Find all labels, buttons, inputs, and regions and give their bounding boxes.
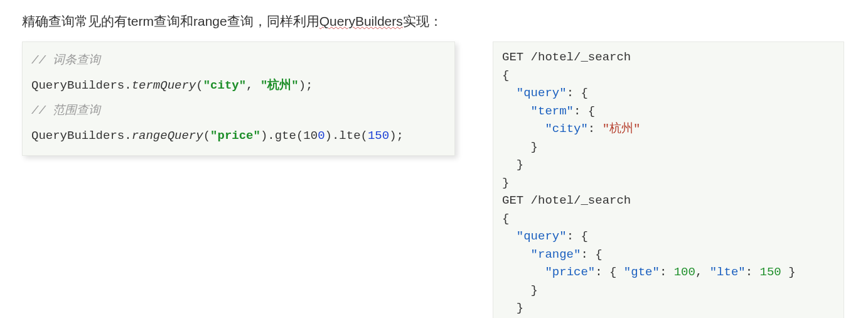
java-code-block: // 词条查询 QueryBuilders.termQuery("city", … [22, 41, 455, 156]
code-columns: // 词条查询 QueryBuilders.termQuery("city", … [22, 41, 846, 318]
intro-text-underlined: QueryBuilders [319, 14, 403, 28]
intro-paragraph: 精确查询常见的有term查询和range查询，同样利用QueryBuilders… [22, 13, 846, 30]
intro-text-pre: 精确查询常见的有term查询和range查询，同样利用 [22, 14, 319, 28]
intro-text-post: 实现： [403, 14, 442, 28]
json-code-block: GET /hotel/_search { "query": { "term": … [493, 41, 844, 318]
